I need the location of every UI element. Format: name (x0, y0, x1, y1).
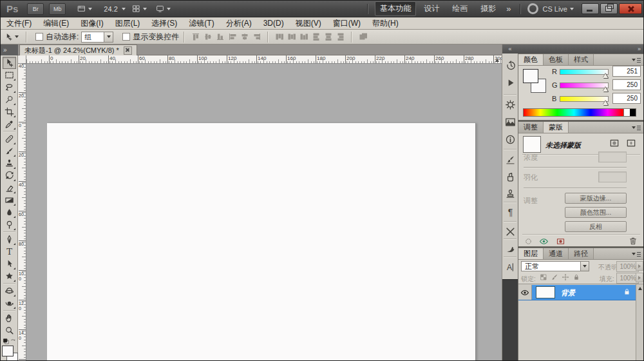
close-button[interactable] (619, 3, 642, 14)
eraser-tool[interactable] (3, 182, 16, 194)
document-canvas[interactable] (47, 123, 476, 361)
tab-styles[interactable]: 样式 (569, 54, 594, 65)
image-icon[interactable] (504, 116, 516, 128)
red-slider-thumb[interactable] (603, 73, 608, 78)
mini-bridge-button[interactable]: Mb (49, 3, 66, 15)
fill-spinner[interactable] (636, 273, 643, 282)
lock-pixels-icon[interactable] (549, 272, 559, 282)
green-slider-thumb[interactable] (603, 87, 608, 92)
tab-channels[interactable]: 通道 (544, 248, 569, 259)
green-slider[interactable] (560, 83, 609, 88)
menu-item[interactable]: 窗口(W) (327, 17, 366, 29)
color-range-button[interactable]: 颜色范围... (565, 207, 627, 218)
layer-row-background[interactable]: 背景 (518, 285, 636, 300)
workspace-photography[interactable]: 摄影 (475, 1, 501, 16)
foreground-color-swatch[interactable] (523, 69, 538, 83)
load-selection-icon[interactable] (522, 236, 534, 246)
3d-orbit-tool[interactable] (3, 297, 16, 309)
dodge-tool[interactable] (3, 219, 16, 231)
info-icon[interactable] (504, 133, 516, 146)
tab-swatches[interactable]: 色板 (544, 54, 569, 65)
layer-visibility-cell[interactable] (518, 285, 532, 300)
tool-presets-icon[interactable] (504, 226, 516, 238)
invert-button[interactable]: 反相 (565, 221, 627, 232)
tab-adjustments[interactable]: 调整 (518, 122, 544, 133)
dock-collapse-button[interactable]: « (502, 44, 518, 54)
menu-item[interactable]: 帮助(H) (366, 17, 404, 29)
restore-button[interactable] (600, 3, 618, 14)
tool-preset-picker[interactable] (5, 33, 19, 41)
actions-icon[interactable] (504, 77, 516, 89)
clone-stamp-tool[interactable] (3, 157, 16, 170)
lasso-tool[interactable] (3, 81, 16, 93)
color-spectrum-ramp[interactable] (523, 108, 636, 117)
feather-input[interactable] (598, 171, 627, 182)
menu-item[interactable]: 分析(A) (220, 17, 258, 29)
move-tool[interactable] (3, 57, 16, 69)
eyedropper-tool[interactable] (3, 118, 16, 130)
add-pixel-mask-icon[interactable] (608, 137, 621, 149)
zoom-level-caret[interactable] (122, 8, 126, 10)
workspace-essentials[interactable]: 基本功能 (375, 1, 416, 16)
red-slider[interactable] (560, 69, 609, 75)
gradient-tool[interactable] (3, 194, 16, 206)
menu-item[interactable]: 视图(V) (290, 17, 327, 29)
clone-source-icon[interactable] (504, 188, 516, 200)
pen-tool[interactable] (3, 233, 16, 246)
red-value[interactable]: 251 (612, 66, 641, 77)
paragraph-icon[interactable]: ¶ (504, 206, 516, 219)
blue-slider-thumb[interactable] (603, 101, 608, 105)
blend-mode-caret[interactable] (580, 261, 589, 271)
blur-tool[interactable] (3, 206, 16, 219)
white-chip[interactable] (623, 109, 630, 116)
auto-select-dropdown[interactable]: 组 (81, 32, 113, 43)
view-extras-button[interactable] (77, 5, 92, 13)
menu-item[interactable]: 文件(F) (1, 17, 37, 29)
scroll-up-icon[interactable] (636, 285, 644, 292)
blue-value[interactable]: 250 (612, 93, 641, 104)
menu-item[interactable]: 编辑(E) (37, 17, 75, 29)
screen-mode-button[interactable] (156, 5, 171, 13)
blue-slider[interactable] (560, 96, 609, 102)
bird-icon[interactable] (504, 243, 516, 255)
panel-menu-icon[interactable] (632, 251, 641, 257)
history-icon[interactable] (504, 59, 516, 72)
tools-collapse-button[interactable]: » (1, 44, 18, 55)
zoom-level-value[interactable]: 24.2 (104, 5, 117, 13)
brush-tool[interactable] (3, 145, 16, 157)
panel-menu-icon[interactable] (632, 57, 641, 63)
disable-mask-icon[interactable] (554, 236, 566, 246)
type-tool[interactable]: T (3, 246, 16, 258)
feather-slider[interactable] (524, 188, 627, 189)
mask-edge-button[interactable]: 蒙版边缘... (565, 193, 627, 204)
menu-item[interactable]: 图像(I) (75, 17, 109, 29)
3d-rotate-tool[interactable] (3, 285, 16, 297)
lock-all-icon[interactable] (571, 272, 581, 282)
minimize-button[interactable] (582, 3, 599, 14)
layer-thumbnail[interactable] (536, 286, 555, 298)
blend-mode-dropdown[interactable]: 正常 (521, 261, 581, 271)
black-chip[interactable] (630, 109, 636, 116)
paint-icon[interactable] (504, 171, 516, 183)
tab-masks[interactable]: 蒙版 (544, 122, 569, 133)
mask-visibility-icon[interactable] (538, 236, 549, 246)
custom-shape-tool[interactable] (3, 270, 16, 282)
quick-selection-tool[interactable] (3, 93, 16, 106)
lock-transparency-icon[interactable] (538, 272, 548, 282)
density-input[interactable] (598, 151, 627, 162)
rectangular-marquee-tool[interactable] (3, 69, 16, 81)
lock-position-icon[interactable] (560, 272, 570, 282)
workspace-painting[interactable]: 绘画 (447, 1, 473, 16)
cs-live-button[interactable]: CS Live (527, 3, 574, 14)
history-brush-tool[interactable] (3, 170, 16, 182)
delete-mask-icon[interactable] (627, 236, 639, 246)
panels-expand-button[interactable]: » (518, 44, 644, 54)
auto-select-checkbox[interactable] (35, 33, 43, 41)
adjustments-icon[interactable] (504, 99, 516, 111)
menu-item[interactable]: 滤镜(T) (183, 17, 220, 29)
menu-item[interactable]: 3D(D) (258, 17, 290, 29)
workspace-design[interactable]: 设计 (419, 1, 444, 16)
scrollbar-up-icon[interactable] (494, 57, 500, 63)
document-tab[interactable]: 未标题-1 @ 24.2%(CMYK/8) * (19, 44, 137, 55)
hand-tool[interactable] (3, 312, 16, 324)
